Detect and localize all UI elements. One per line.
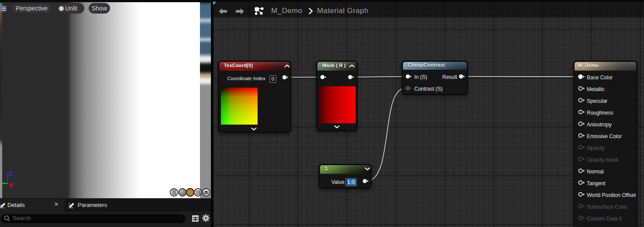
svg-text:X: X — [9, 182, 14, 189]
svg-text:Z: Z — [9, 170, 13, 177]
